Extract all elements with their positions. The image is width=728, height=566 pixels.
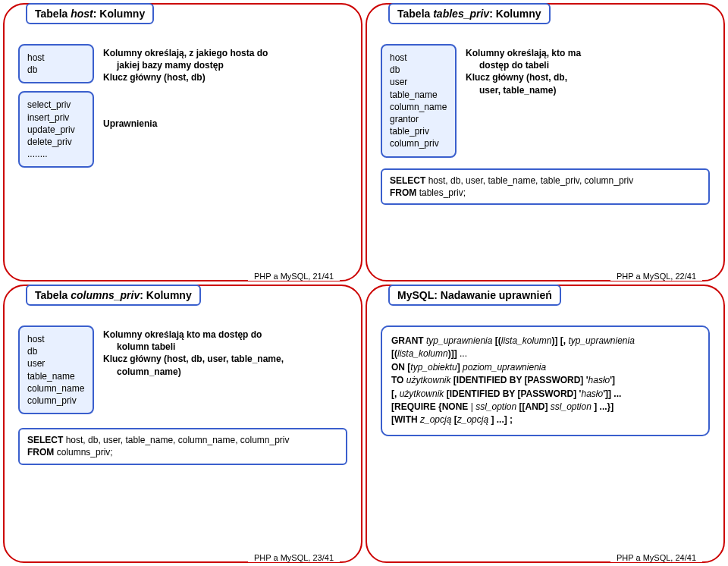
kw: [WITH: [391, 414, 420, 425]
columns-box: host db user table_name column_name colu…: [18, 325, 94, 414]
slide-host: Tabela host: Kolumny host db select_priv…: [3, 3, 362, 281]
list-item: host: [27, 333, 85, 345]
sql-box: SELECT host, db, user, table_name, table…: [381, 168, 710, 205]
description: Kolumny określają kto ma dostęp do kolum…: [103, 325, 347, 378]
sql-text: host, db, user, table_name, table_priv, …: [425, 175, 633, 186]
it: ssl_option: [475, 401, 519, 412]
kw: [(: [391, 348, 397, 359]
content-row: host db select_priv insert_priv update_p…: [18, 44, 347, 168]
slide-grant: MySQL: Nadawanie uprawnień GRANT typ_upr…: [366, 285, 725, 563]
desc-line: user, table_name): [479, 85, 556, 96]
grant-line: [, użytkownik [IDENTIFIED BY [PASSWORD] …: [391, 388, 699, 401]
slide-columns-priv: Tabela columns_priv: Kolumny host db use…: [3, 285, 362, 563]
title-em: tables_priv: [433, 8, 489, 20]
sql-box: SELECT host, db, user, table_name, colum…: [18, 428, 347, 464]
sql-keyword: FROM: [27, 447, 54, 458]
it: ssl_option: [551, 401, 594, 412]
list-item: db: [27, 345, 85, 357]
grant-line: [WITH z_opcją [z_opcją ] ...] ;: [391, 413, 699, 426]
content-row: host db user table_name column_name gran…: [381, 44, 710, 158]
list-item: table_name: [390, 89, 447, 101]
columns-box: host db user table_name column_name gran…: [381, 44, 457, 158]
list-item: table_priv: [390, 125, 447, 137]
list-item: table_name: [27, 370, 85, 382]
slide-footer: PHP a MySQL, 24/41: [610, 553, 702, 562]
list-item: column_name: [27, 382, 85, 395]
slide-title: MySQL: Nadawanie uprawnień: [388, 285, 561, 306]
kw: )] [,: [551, 335, 568, 346]
kw: [IDENTIFIED BY [PASSWORD] ': [453, 375, 588, 385]
desc-line: kolumn tabeli: [117, 341, 175, 352]
desc-line: Kolumny określają kto ma dostęp do: [103, 329, 262, 340]
title-suffix: : Kolumny: [489, 8, 541, 20]
it: typ_obiektu: [410, 362, 457, 373]
it: poziom_uprawnienia: [463, 362, 546, 373]
description: Kolumny określają, kto ma dostęp do tabe…: [466, 44, 710, 96]
kw: [[AND]: [519, 401, 551, 412]
slide-footer: PHP a MySQL, 21/41: [248, 272, 340, 281]
sql-text: columns_priv;: [54, 447, 112, 458]
it: hasło: [581, 388, 603, 399]
kw: ON: [391, 362, 407, 373]
kw: GRANT: [391, 335, 426, 346]
list-item: db: [390, 64, 447, 76]
desc-line: Klucz główny (host, db): [103, 72, 206, 83]
box-column: host db select_priv insert_priv update_p…: [18, 44, 94, 168]
sql-keyword: FROM: [390, 187, 416, 198]
desc-line: Uprawnienia: [103, 118, 157, 129]
it: lista_kolumn: [397, 348, 448, 359]
title-text: MySQL: Nadawanie uprawnień: [397, 289, 552, 301]
desc-line: column_name): [117, 366, 181, 377]
desc-line: jakiej bazy mamy dostęp: [117, 60, 224, 71]
it: typ_uprawnienia: [568, 335, 634, 346]
kw: ] ...]: [491, 414, 510, 425]
list-item: select_priv: [27, 99, 85, 111]
sql-keyword: SELECT: [27, 435, 63, 445]
kw: [(: [495, 335, 501, 346]
slide-footer: PHP a MySQL, 23/41: [248, 553, 340, 562]
list-item: host: [390, 52, 447, 64]
kw: ] ...}]: [594, 401, 613, 412]
sql-text: host, db, user, table_name, column_name,…: [63, 435, 289, 445]
desc-line: Klucz główny (host, db,: [466, 72, 567, 83]
kw: ']: [610, 375, 615, 385]
kw: ']] ...: [603, 388, 621, 399]
it: z_opcją: [420, 414, 454, 425]
grant-line: GRANT typ_uprawnienia [(lista_kolumn)] […: [391, 335, 699, 347]
kw: [REQUIRE {NONE: [391, 401, 471, 412]
sql-text: tables_priv;: [416, 187, 466, 198]
title-suffix: : Kolumny: [140, 289, 191, 301]
list-item: host: [27, 52, 85, 64]
list-item: grantor: [390, 113, 447, 125]
title-em: host: [71, 8, 93, 20]
kw: [IDENTIFIED BY [PASSWORD] ': [447, 388, 582, 399]
list-item: column_priv: [27, 395, 85, 407]
title-text: Tabela: [35, 289, 71, 301]
kw: ;: [510, 414, 513, 425]
title-text: Tabela: [397, 8, 433, 20]
it: użytkownik: [400, 388, 447, 399]
list-item: user: [390, 76, 447, 88]
kw: )]]: [448, 348, 460, 359]
kw: ]: [457, 362, 463, 373]
list-item: ........: [27, 148, 85, 160]
page: Tabela host: Kolumny host db select_priv…: [0, 0, 728, 566]
grant-line: ON [typ_obiektu] poziom_uprawnienia: [391, 361, 699, 374]
it: lista_kolumn: [501, 335, 552, 346]
desc-line: dostęp do tabeli: [479, 60, 549, 71]
sql-keyword: SELECT: [390, 175, 425, 186]
grant-line: [REQUIRE {NONE | ssl_option [[AND] ssl_o…: [391, 401, 699, 413]
list-item: update_priv: [27, 124, 85, 136]
tx: ...: [460, 348, 467, 359]
desc-line: Kolumny określają, z jakiego hosta do: [103, 48, 268, 58]
slide-title: Tabela host: Kolumny: [26, 3, 154, 24]
it: użytkownik: [406, 375, 453, 385]
grant-line: TO użytkownik [IDENTIFIED BY [PASSWORD] …: [391, 374, 699, 387]
it: hasło: [588, 375, 610, 385]
it: z_opcją: [457, 414, 491, 425]
slide-title: Tabela tables_priv: Kolumny: [388, 3, 551, 24]
kw: TO: [391, 375, 406, 385]
list-item: column_priv: [390, 137, 447, 149]
desc-line: Klucz główny (host, db, user, table_name…: [103, 354, 284, 364]
content-row: host db user table_name column_name colu…: [18, 325, 347, 414]
